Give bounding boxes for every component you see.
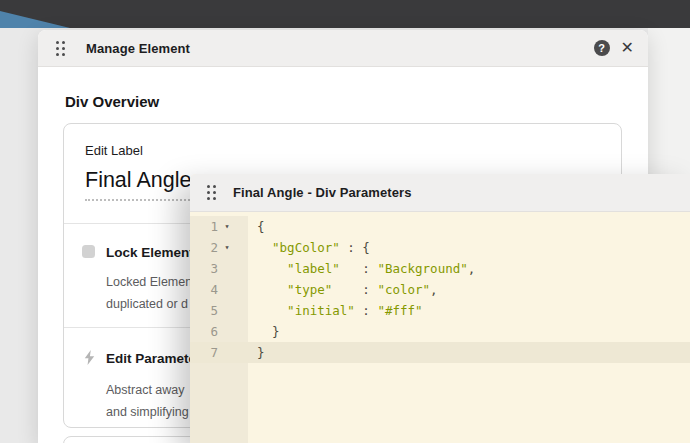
- gutter-cell: 3: [190, 258, 248, 279]
- lightning-bolt-icon: [83, 350, 96, 365]
- line-number: 3: [190, 258, 218, 279]
- params-desc-line2: and simplifying: [106, 405, 189, 419]
- gutter-cell: 1▾: [190, 216, 248, 237]
- editor-empty-area[interactable]: [190, 363, 690, 443]
- fold-toggle-icon[interactable]: ▾: [218, 237, 236, 258]
- code-line[interactable]: 6 }: [190, 321, 690, 342]
- div-parameters-dialog: Final Angle - Div Parameters 1▾{2▾ "bgCo…: [190, 174, 690, 443]
- line-number: 5: [190, 300, 218, 321]
- fold-toggle-icon[interactable]: ▾: [218, 216, 236, 237]
- code-line[interactable]: 2▾ "bgColor" : {: [190, 237, 690, 258]
- drag-handle-icon[interactable]: [56, 41, 65, 56]
- params-desc-line1: Abstract away: [106, 383, 185, 397]
- code-text: "bgColor" : {: [248, 237, 370, 258]
- help-icon[interactable]: ?: [594, 40, 610, 56]
- lock-element-checkbox[interactable]: [82, 245, 95, 258]
- code-line[interactable]: 7}: [190, 342, 690, 363]
- code-text: "type" : "color",: [248, 279, 438, 300]
- edit-parameters-description: Abstract away and simplifying: [106, 379, 189, 423]
- edit-label-caption: Edit Label: [85, 143, 143, 158]
- gutter-strip: [190, 363, 248, 443]
- line-number: 7: [190, 342, 218, 363]
- code-text: "initial" : "#fff": [248, 300, 423, 321]
- div-parameters-dialog-header: Final Angle - Div Parameters: [190, 174, 690, 212]
- gutter-cell: 4: [190, 279, 248, 300]
- gutter-cell: 5: [190, 300, 248, 321]
- gutter-cell: 6: [190, 321, 248, 342]
- json-code-editor[interactable]: 1▾{2▾ "bgColor" : {3 "label" : "Backgrou…: [190, 213, 690, 443]
- code-line[interactable]: 3 "label" : "Background",: [190, 258, 690, 279]
- dialog-title: Manage Element: [86, 41, 190, 56]
- code-text: {: [248, 216, 265, 237]
- code-text: }: [248, 342, 265, 363]
- top-bar: [0, 0, 690, 28]
- close-icon[interactable]: ✕: [619, 39, 636, 57]
- canvas-accent-shape: [0, 11, 70, 28]
- line-number: 6: [190, 321, 218, 342]
- screen: Manage Element ? ✕ Div Overview Edit Lab…: [0, 0, 690, 443]
- dialog-header-actions: ? ✕: [594, 39, 636, 57]
- page-title: Div Overview: [65, 93, 159, 110]
- lock-desc-line1: Locked Element: [106, 275, 196, 289]
- dialog-title: Final Angle - Div Parameters: [233, 185, 412, 200]
- code-text: }: [248, 321, 280, 342]
- gutter-cell: 7: [190, 342, 248, 363]
- code-line[interactable]: 5 "initial" : "#fff": [190, 300, 690, 321]
- code-line[interactable]: 4 "type" : "color",: [190, 279, 690, 300]
- lock-desc-line2: duplicated or d: [106, 297, 188, 311]
- line-number: 1: [190, 216, 218, 237]
- element-label-input[interactable]: Final Angle: [85, 165, 193, 201]
- line-number: 4: [190, 279, 218, 300]
- line-number: 2: [190, 237, 218, 258]
- lock-element-description: Locked Element duplicated or d: [106, 271, 196, 315]
- gutter-cell: 2▾: [190, 237, 248, 258]
- code-text: "label" : "Background",: [248, 258, 475, 279]
- code-line[interactable]: 1▾{: [190, 216, 690, 237]
- drag-handle-icon[interactable]: [207, 185, 216, 200]
- lock-element-title: Lock Element: [106, 245, 194, 260]
- manage-element-dialog-header: Manage Element ? ✕: [38, 30, 648, 67]
